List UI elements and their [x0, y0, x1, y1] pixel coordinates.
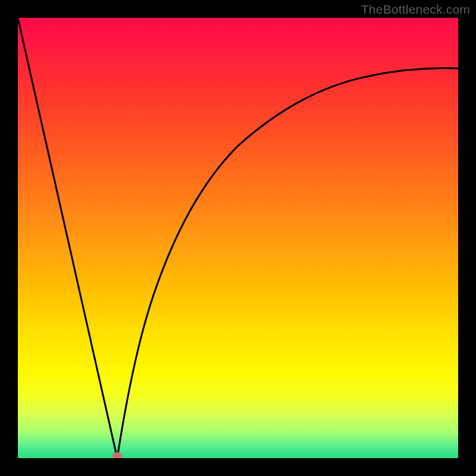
minimum-marker	[112, 452, 122, 458]
curve-right	[117, 68, 458, 458]
watermark-text: TheBottleneck.com	[361, 2, 470, 17]
curve-layer	[18, 18, 458, 458]
chart-frame: TheBottleneck.com	[0, 0, 476, 476]
plot-area	[18, 18, 458, 458]
curve-left	[18, 18, 117, 458]
